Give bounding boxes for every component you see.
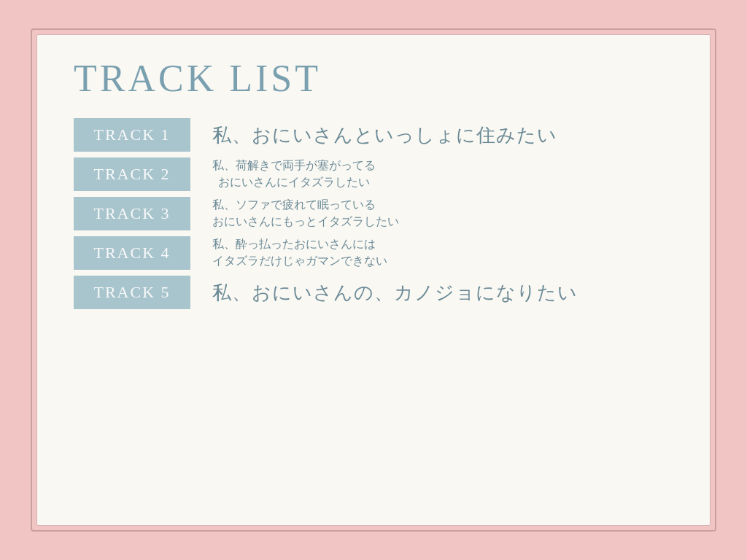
track-text-4: 私、酔っ払ったおにいさんにはイタズラだけじゃガマンできない xyxy=(212,237,387,269)
track-row-2: TRACK 2私、荷解きで両手が塞がってるおにいさんにイタズラしたい xyxy=(74,158,673,191)
track-row-3: TRACK 3私、ソファで疲れて眠っているおにいさんにもっとイタズラしたい xyxy=(74,197,673,230)
track-list: TRACK 1私、おにいさんといっしょに住みたいTRACK 2私、荷解きで両手が… xyxy=(74,118,673,309)
track-label-4: TRACK 4 xyxy=(74,236,190,270)
track-label-5: TRACK 5 xyxy=(74,276,190,309)
track-label-3: TRACK 3 xyxy=(74,197,190,230)
track-row-5: TRACK 5私、おにいさんの、カノジョになりたい xyxy=(74,276,673,309)
track-text-5: 私、おにいさんの、カノジョになりたい xyxy=(212,280,578,306)
track-text-1: 私、おにいさんといっしょに住みたい xyxy=(212,122,557,148)
track-label-1: TRACK 1 xyxy=(74,118,190,152)
track-label-2: TRACK 2 xyxy=(74,158,190,191)
track-text-2: 私、荷解きで両手が塞がってるおにいさんにイタズラしたい xyxy=(212,158,376,190)
track-row-1: TRACK 1私、おにいさんといっしょに住みたい xyxy=(74,118,673,152)
track-row-4: TRACK 4私、酔っ払ったおにいさんにはイタズラだけじゃガマンできない xyxy=(74,236,673,270)
outer-border: TRACK LIST TRACK 1私、おにいさんといっしょに住みたいTRACK… xyxy=(31,28,716,532)
page-title: TRACK LIST xyxy=(74,57,673,100)
track-text-3: 私、ソファで疲れて眠っているおにいさんにもっとイタズラしたい xyxy=(212,198,399,230)
inner-card: TRACK LIST TRACK 1私、おにいさんといっしょに住みたいTRACK… xyxy=(36,34,711,526)
